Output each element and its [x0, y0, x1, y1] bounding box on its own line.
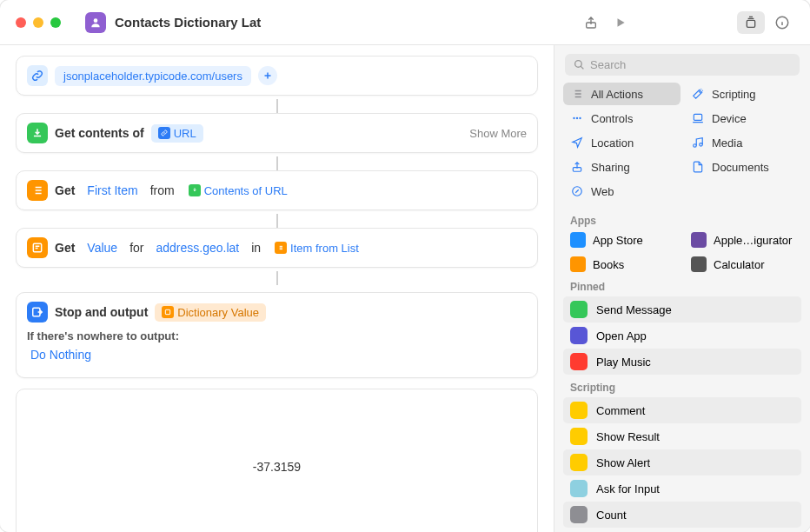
window-controls	[16, 17, 61, 28]
action-count[interactable]: Count	[563, 502, 801, 528]
stop-output-action[interactable]: Stop and output Dictionary Value If ther…	[16, 292, 538, 378]
workflow-canvas[interactable]: jsonplaceholder.typicode.com/users Get c…	[0, 45, 554, 532]
app-books[interactable]: Books	[563, 253, 681, 276]
contents-variable[interactable]: Contents of URL	[182, 182, 295, 200]
app-icon	[570, 232, 586, 248]
action-icon	[570, 327, 588, 344]
action-show-result[interactable]: Show Result	[563, 423, 801, 449]
action-show-alert[interactable]: Show Alert	[563, 449, 801, 475]
category-sharing[interactable]: Sharing	[563, 156, 681, 178]
share-button[interactable]	[579, 12, 603, 33]
action-label: Get contents of	[55, 126, 144, 140]
app-apple-igurator[interactable]: Apple…igurator	[684, 229, 801, 251]
search-input[interactable]	[590, 58, 791, 71]
add-url-button[interactable]	[258, 66, 277, 85]
search-box[interactable]	[565, 54, 800, 76]
music-icon	[691, 136, 705, 150]
category-documents[interactable]: Documents	[684, 156, 801, 178]
device-icon	[691, 111, 705, 125]
doc-icon	[691, 160, 705, 174]
action-icon	[570, 353, 588, 370]
app-icon	[691, 232, 707, 248]
item-token[interactable]: First Item	[82, 182, 143, 199]
svg-rect-6	[166, 309, 170, 314]
list-icon	[275, 242, 287, 254]
app-calculator[interactable]: Calculator	[684, 253, 801, 276]
category-scripting[interactable]: Scripting	[684, 83, 801, 105]
dictionary-icon	[162, 306, 174, 318]
nowhere-label: If there's nowhere to output:	[27, 329, 527, 342]
share-icon	[570, 160, 584, 174]
dictionary-value-variable[interactable]: Dictionary Value	[155, 303, 266, 322]
pinned-list: Send MessageOpen AppPlay Music	[554, 295, 810, 376]
action-icon	[570, 402, 588, 419]
do-nothing-option[interactable]: Do Nothing	[27, 342, 527, 367]
info-button[interactable]	[770, 12, 794, 33]
svg-rect-2	[747, 20, 754, 27]
shortcut-icon	[85, 12, 106, 33]
link-icon	[158, 127, 170, 139]
action-choose-from-menu[interactable]: Choose from Menu	[563, 528, 801, 532]
action-label: Stop and output	[55, 305, 148, 319]
action-icon	[570, 454, 588, 471]
action-icon	[570, 428, 588, 445]
connector	[276, 156, 278, 170]
get-item-action[interactable]: Get First Item from Contents of URL	[16, 170, 538, 210]
actions-sidebar: All ActionsScriptingControlsDeviceLocati…	[554, 45, 810, 532]
fullscreen-window-button[interactable]	[50, 17, 61, 28]
url-action[interactable]: jsonplaceholder.typicode.com/users	[16, 56, 538, 96]
app-icon	[691, 256, 707, 272]
list-icon	[27, 180, 48, 201]
action-icon	[570, 506, 588, 523]
download-icon	[27, 123, 48, 143]
action-label: Get	[55, 183, 75, 197]
svg-rect-11	[694, 114, 701, 120]
apps-section-label: Apps	[554, 209, 810, 229]
download-icon	[189, 184, 201, 196]
dictionary-icon	[27, 237, 48, 258]
scripting-section-label: Scripting	[554, 376, 810, 396]
dots-icon	[570, 111, 584, 125]
svg-point-0	[94, 18, 98, 23]
safari-icon	[570, 184, 584, 198]
connector	[276, 99, 278, 113]
category-media[interactable]: Media	[684, 131, 801, 154]
url-variable[interactable]: URL	[151, 124, 203, 143]
category-device[interactable]: Device	[684, 107, 801, 130]
output-icon	[27, 302, 48, 323]
apps-grid: App StoreApple…iguratorBooksCalculator	[554, 229, 810, 276]
connector	[276, 214, 278, 228]
show-more-button[interactable]: Show More	[469, 127, 527, 140]
app-icon	[570, 256, 586, 272]
category-controls[interactable]: Controls	[563, 107, 681, 130]
value-token[interactable]: Value	[82, 239, 123, 256]
library-toggle-button[interactable]	[737, 11, 765, 34]
action-send-message[interactable]: Send Message	[563, 296, 801, 323]
search-icon	[574, 59, 585, 70]
link-icon	[27, 65, 48, 86]
window-title: Contacts Dictionary Lat	[115, 15, 261, 30]
minimize-window-button[interactable]	[33, 17, 43, 28]
key-path[interactable]: address.geo.lat	[150, 239, 244, 256]
result-output: -37.3159	[16, 389, 538, 532]
svg-point-7	[575, 61, 582, 68]
svg-point-13	[700, 143, 703, 147]
action-open-app[interactable]: Open App	[563, 323, 801, 349]
action-play-music[interactable]: Play Music	[563, 349, 801, 375]
run-button[interactable]	[608, 12, 633, 33]
get-dictionary-value-action[interactable]: Get Value for address.geo.lat in Item fr…	[16, 228, 538, 268]
action-ask-for-input[interactable]: Ask for Input	[563, 475, 801, 502]
nav-icon	[570, 136, 584, 150]
action-icon	[570, 301, 588, 318]
item-variable[interactable]: Item from List	[268, 239, 366, 257]
url-value[interactable]: jsonplaceholder.typicode.com/users	[55, 66, 251, 86]
category-location[interactable]: Location	[563, 131, 681, 154]
connector	[276, 271, 278, 285]
get-contents-action[interactable]: Get contents of URL Show More	[16, 113, 538, 153]
action-comment[interactable]: Comment	[563, 397, 801, 423]
svg-point-10	[579, 117, 581, 119]
category-web[interactable]: Web	[563, 180, 681, 203]
app-app-store[interactable]: App Store	[563, 229, 681, 251]
category-all-actions[interactable]: All Actions	[563, 83, 681, 105]
close-window-button[interactable]	[16, 17, 26, 28]
